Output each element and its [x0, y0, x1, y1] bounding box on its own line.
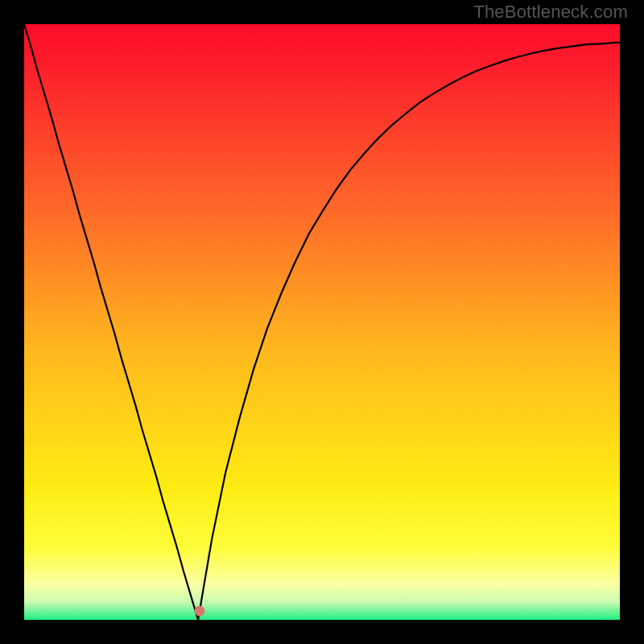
watermark-text: TheBottleneck.com [473, 2, 628, 23]
bottleneck-curve [24, 24, 620, 620]
optimal-point-marker [194, 605, 204, 616]
chart-frame: TheBottleneck.com [0, 0, 644, 644]
curve-path [24, 24, 620, 620]
